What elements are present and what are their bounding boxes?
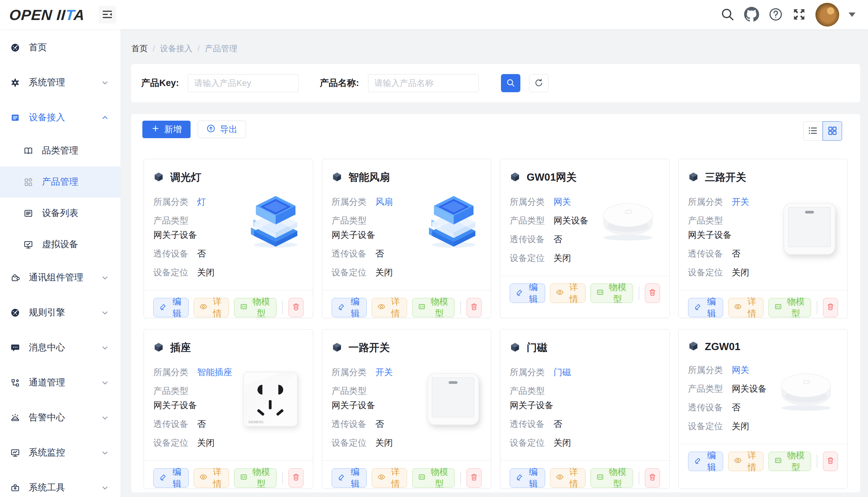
card-divider (500, 276, 669, 276)
sidebar-item-toolbox[interactable]: 系统工具 (0, 470, 121, 497)
delete-button[interactable] (467, 468, 482, 488)
sidebar-item-home[interactable]: 首页 (0, 30, 121, 65)
thing-model-button[interactable]: 物模型 (234, 298, 277, 317)
thing-model-button[interactable]: 物模型 (769, 298, 811, 317)
edit-button[interactable]: 编辑 (688, 452, 724, 471)
category-link[interactable]: 网关 (732, 363, 749, 377)
field-label: 产品类型 (510, 384, 545, 398)
product-title: GW01网关 (527, 170, 577, 184)
sidebar-item-chat[interactable]: 消息中心 (0, 330, 121, 365)
card-divider (679, 444, 848, 444)
eye-icon (734, 456, 742, 467)
fullscreen-button[interactable] (792, 8, 806, 22)
action-divider (817, 301, 817, 314)
detail-button[interactable]: 详情 (372, 298, 407, 317)
edit-button[interactable]: 编辑 (688, 298, 724, 317)
grid-view-button[interactable] (823, 121, 842, 141)
detail-button[interactable]: 详情 (372, 468, 407, 488)
field-value: 否 (197, 247, 206, 261)
edit-button[interactable]: 编辑 (332, 468, 367, 488)
add-button[interactable]: 新增 (142, 120, 191, 138)
thing-model-button[interactable]: 物模型 (591, 284, 633, 303)
edit-button[interactable]: 编辑 (332, 298, 367, 317)
user-menu-button[interactable] (815, 3, 839, 27)
edit-button[interactable]: 编辑 (510, 284, 545, 303)
delete-button[interactable] (645, 284, 660, 303)
edit-button[interactable]: 编辑 (153, 298, 189, 317)
chevron-down-icon (101, 449, 109, 457)
product-cube-icon (510, 172, 520, 184)
field-label: 透传设备 (332, 247, 367, 261)
detail-button[interactable]: 详情 (728, 452, 763, 471)
delete-button[interactable] (289, 468, 304, 488)
sidebar-collapse-button[interactable] (99, 6, 116, 24)
sidebar-item-grid[interactable]: 产品管理 (0, 166, 121, 198)
category-link[interactable]: 网关 (553, 195, 571, 209)
field-value: 网关子设备 (332, 228, 375, 242)
product-cube-icon (153, 342, 164, 354)
thing-model-button[interactable]: 物模型 (412, 298, 455, 317)
product-title: 三路开关 (705, 170, 746, 184)
product-title: 一路开关 (348, 341, 390, 355)
thing-model-icon (240, 302, 248, 313)
sidebar-item-monitor[interactable]: 系统监控 (0, 435, 121, 470)
sidebar-item-monitor-check[interactable]: 虚拟设备 (0, 229, 121, 260)
category-link[interactable]: 开关 (375, 365, 393, 379)
field-value: 否 (553, 417, 562, 431)
product-key-input[interactable] (188, 74, 299, 92)
trash-icon (826, 302, 835, 313)
edit-button[interactable]: 编辑 (153, 468, 189, 488)
sidebar-item-alarm[interactable]: 告警中心 (0, 400, 121, 435)
field-label: 所属分类 (332, 365, 367, 379)
category-link[interactable]: 门磁 (553, 365, 571, 379)
edit-button[interactable]: 编辑 (510, 468, 545, 488)
category-link[interactable]: 灯 (197, 195, 206, 209)
detail-button[interactable]: 详情 (550, 468, 585, 488)
detail-button[interactable]: 详情 (194, 468, 229, 488)
field-label: 设备定位 (332, 436, 367, 450)
help-button[interactable] (769, 7, 783, 23)
filter-reset-button[interactable] (529, 74, 549, 92)
category-link[interactable]: 智能插座 (197, 365, 232, 379)
thing-model-button[interactable]: 物模型 (412, 468, 455, 488)
category-link[interactable]: 风扇 (375, 195, 393, 209)
github-button[interactable] (744, 7, 759, 23)
sidebar-item-dashboard[interactable]: 规则引擎 (0, 295, 121, 330)
field-label: 透传设备 (153, 247, 188, 261)
list-view-button[interactable] (803, 121, 823, 141)
product-card: 智能风扇 所属分类风扇产品类型网关子设备透传设备否设备定位关闭 编辑 详情 物模… (322, 159, 492, 318)
field-label: 产品类型 (332, 384, 367, 398)
refresh-icon (534, 78, 543, 88)
detail-button[interactable]: 详情 (194, 298, 229, 317)
sidebar-item-form[interactable]: 设备接入 (0, 100, 121, 135)
sidebar-item-pipeline[interactable]: 通道管理 (0, 365, 121, 400)
field-label: 设备定位 (332, 266, 367, 280)
filter-search-button[interactable] (501, 74, 520, 92)
card-divider (144, 290, 313, 290)
field-value: 关闭 (375, 436, 393, 450)
delete-button[interactable] (823, 452, 838, 471)
thing-model-button[interactable]: 物模型 (234, 468, 277, 488)
search-button[interactable] (720, 7, 735, 23)
delete-button[interactable] (289, 298, 304, 317)
user-menu-caret-button[interactable] (849, 13, 855, 17)
sidebar-item-list[interactable]: 设备列表 (0, 198, 121, 229)
sidebar-item-puzzle[interactable]: 通讯组件管理 (0, 260, 121, 295)
delete-button[interactable] (467, 298, 482, 317)
delete-button[interactable] (823, 298, 838, 317)
sidebar-item-book[interactable]: 品类管理 (0, 135, 121, 166)
export-button[interactable]: 导出 (198, 120, 246, 138)
product-name-input[interactable] (368, 74, 479, 92)
sidebar-item-gear[interactable]: 系统管理 (0, 65, 121, 100)
field-label: 所属分类 (332, 195, 367, 209)
thing-model-button[interactable]: 物模型 (769, 452, 811, 471)
category-link[interactable]: 开关 (732, 195, 749, 209)
detail-button[interactable]: 详情 (550, 284, 585, 303)
breadcrumb-item[interactable]: 首页 (132, 43, 148, 54)
grid-icon (23, 177, 33, 187)
product-card: 调光灯 所属分类灯产品类型网关子设备透传设备否设备定位关闭 编辑 详情 物模型 (143, 159, 313, 318)
field-value: 关闭 (197, 266, 215, 280)
thing-model-button[interactable]: 物模型 (591, 468, 633, 488)
delete-button[interactable] (645, 468, 660, 488)
detail-button[interactable]: 详情 (728, 298, 763, 317)
